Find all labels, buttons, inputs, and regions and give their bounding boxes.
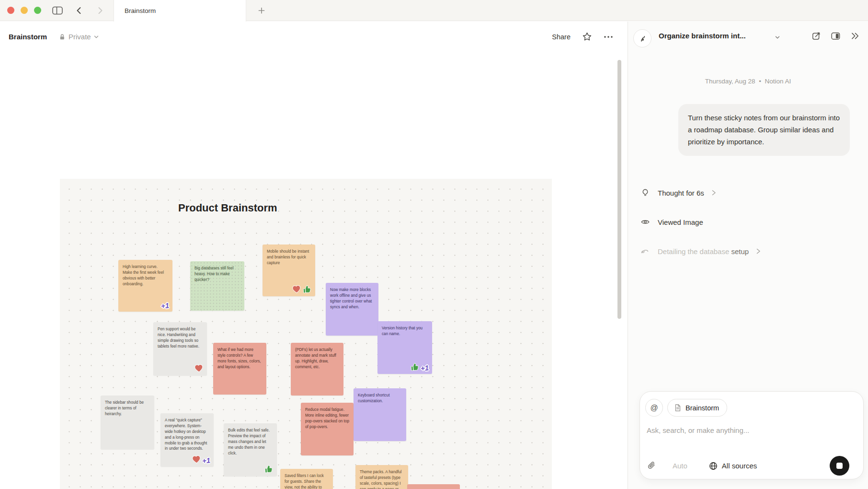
sticky-note-theme-packs[interactable]: Theme packs. A handful of tasteful prese… bbox=[355, 465, 408, 489]
heart-sticker bbox=[292, 284, 301, 294]
sticky-note-text: The sidebar should be clearer in terms o… bbox=[101, 396, 154, 421]
breadcrumb-title[interactable]: Brainstorm bbox=[9, 33, 47, 41]
sticky-note-style-controls[interactable]: What if we had more style controls? A fe… bbox=[213, 343, 266, 395]
favorite-star-icon[interactable] bbox=[582, 32, 592, 42]
sticky-note-big-databases[interactable]: Big databases still feel heavy. How to m… bbox=[190, 261, 244, 311]
sticky-note-offline-blocks[interactable]: Now make more blocks work offline and gi… bbox=[326, 283, 378, 336]
sticky-note-text: What if we had more style controls? A fe… bbox=[213, 343, 266, 374]
new-tab-button[interactable] bbox=[255, 4, 268, 17]
stop-icon bbox=[836, 463, 843, 469]
sticky-note-text: High learning curve. Make the first week… bbox=[118, 260, 172, 291]
forward-icon[interactable] bbox=[94, 5, 106, 16]
thumbs-up-sticker bbox=[264, 464, 274, 474]
sticky-note-text: Big databases still feel heavy. How to m… bbox=[190, 261, 244, 287]
toggle-sidebar-icon[interactable] bbox=[51, 5, 64, 16]
sticky-note-keyboard-shortcuts[interactable]: Keyboard shortcut customization. bbox=[354, 388, 406, 441]
ai-composer[interactable]: @ Brainstorm Auto All sources bbox=[640, 391, 864, 479]
mode-selector[interactable]: Auto bbox=[673, 462, 687, 470]
document-area: Brainstorm Product Brainstorm High learn… bbox=[0, 52, 628, 489]
share-button[interactable]: Share bbox=[552, 33, 571, 41]
back-icon[interactable] bbox=[73, 5, 85, 16]
more-options-icon[interactable] bbox=[604, 35, 613, 38]
sticky-note-text: Version history that you can name. bbox=[377, 321, 432, 341]
sticky-note-sidebar-hierarchy[interactable]: The sidebar should be clearer in terms o… bbox=[101, 396, 154, 449]
ai-step-label: Viewed Image bbox=[658, 218, 703, 226]
page-icon bbox=[674, 404, 682, 412]
sticky-note-text: Keyboard shortcut customization. bbox=[354, 388, 406, 408]
sources-label: All sources bbox=[722, 462, 757, 470]
sticky-note-bulk-edits[interactable]: Bulk edits that feel safe. Preview the i… bbox=[224, 423, 277, 476]
toggle-panel-icon[interactable] bbox=[831, 31, 841, 41]
sticky-note-text: A real "quick capture" everywhere. Syste… bbox=[160, 413, 214, 456]
ai-step-label: Detailing the database setup bbox=[658, 247, 749, 256]
sticky-note-pen-support[interactable]: Pen support would be nice. Handwriting a… bbox=[153, 322, 207, 375]
thread-chevron-down-icon[interactable] bbox=[774, 34, 781, 41]
zoom-window-button[interactable] bbox=[34, 7, 41, 14]
conversation-date-line: Thursday, Aug 28 • Notion AI bbox=[628, 78, 868, 85]
eye-icon bbox=[640, 217, 650, 227]
plus-one-sticker: +1 bbox=[420, 364, 429, 372]
plus-one-sticker: +1 bbox=[202, 456, 211, 465]
ai-step-eye[interactable]: Viewed Image bbox=[640, 216, 851, 228]
chevron-right-icon bbox=[710, 189, 718, 197]
sources-selector[interactable]: All sources bbox=[708, 461, 757, 471]
board-title[interactable]: Product Brainstorm bbox=[178, 202, 277, 214]
collapse-panel-double-chevron-icon[interactable] bbox=[850, 31, 860, 41]
chevron-down-icon bbox=[93, 34, 99, 40]
sticky-note-text: Theme packs. A handful of tasteful prese… bbox=[355, 465, 408, 489]
privacy-control[interactable]: Private bbox=[58, 33, 99, 41]
sticky-note-text: (PDFs) let us actually annotate and mark… bbox=[291, 343, 343, 374]
notion-window: Brainstorm Brainstorm Private Share Brai… bbox=[0, 0, 868, 489]
lightbulb-icon bbox=[640, 188, 650, 198]
sticky-note-text: Pen support would be nice. Handwriting a… bbox=[153, 322, 207, 354]
ai-steps: Thought for 6sViewed ImageDetailing the … bbox=[640, 187, 851, 275]
tab-title: Brainstorm bbox=[125, 7, 156, 14]
sticky-note-modal-fatigue[interactable]: Reduce modal fatigue. More inline editin… bbox=[301, 403, 354, 455]
thumbs-up-sticker bbox=[410, 362, 420, 372]
context-chip-label: Brainstorm bbox=[685, 404, 719, 412]
mention-button[interactable]: @ bbox=[645, 399, 663, 417]
sticky-note-partial-note[interactable] bbox=[407, 484, 460, 489]
sticky-note-mobile-instant-capture[interactable]: Mobile should be instant and brainless f… bbox=[263, 244, 315, 296]
main-scrollbar[interactable] bbox=[617, 60, 621, 319]
sticky-note-saved-filters[interactable]: Saved filters I can lock for guests. Sha… bbox=[280, 469, 333, 489]
ai-step-scribble[interactable]: Detailing the database setup bbox=[640, 245, 851, 257]
sticky-note-text: Reduce modal fatigue. More inline editin… bbox=[301, 403, 354, 434]
scribble-icon bbox=[640, 246, 650, 256]
whiteboard-canvas[interactable]: Product Brainstorm High learning curve. … bbox=[60, 179, 552, 489]
at-symbol: @ bbox=[650, 404, 658, 412]
sticky-note-quick-capture[interactable]: A real "quick capture" everywhere. Syste… bbox=[160, 413, 214, 466]
sticky-note-text bbox=[407, 484, 460, 489]
minimize-window-button[interactable] bbox=[21, 7, 28, 14]
ai-thread-title[interactable]: Organize brainstorm int... bbox=[659, 32, 746, 40]
doc-header: Brainstorm Private Share bbox=[0, 22, 628, 52]
sticky-note-text: Saved filters I can lock for guests. Sha… bbox=[280, 469, 333, 489]
ai-prompt-input[interactable] bbox=[647, 426, 848, 434]
tab-bar: Brainstorm bbox=[0, 0, 868, 21]
sticky-note-pdf-annotation[interactable]: (PDFs) let us actually annotate and mark… bbox=[291, 343, 343, 396]
plus-one-sticker: +1 bbox=[160, 302, 170, 310]
user-message-bubble: Turn these sticky notes from our brainst… bbox=[678, 104, 850, 156]
stop-generation-button[interactable] bbox=[830, 456, 849, 476]
close-window-button[interactable] bbox=[7, 7, 14, 14]
tab-brainstorm[interactable]: Brainstorm bbox=[114, 0, 246, 22]
user-message-text: Turn these sticky notes from our brainst… bbox=[688, 114, 840, 146]
sticky-note-text: Now make more blocks work offline and gi… bbox=[326, 283, 378, 314]
context-chip-brainstorm[interactable]: Brainstorm bbox=[667, 399, 727, 417]
ai-step-lightbulb[interactable]: Thought for 6s bbox=[640, 187, 851, 198]
globe-icon bbox=[708, 461, 718, 471]
heart-sticker bbox=[194, 363, 204, 373]
privacy-label: Private bbox=[69, 33, 91, 41]
notion-ai-face-icon bbox=[633, 29, 651, 47]
sticky-note-text: Bulk edits that feel safe. Preview the i… bbox=[224, 423, 277, 460]
sticky-note-high-learning-curve[interactable]: High learning curve. Make the first week… bbox=[118, 260, 172, 312]
new-chat-compose-icon[interactable] bbox=[811, 31, 821, 41]
notion-ai-panel: Organize brainstorm int... Thursday, Aug… bbox=[628, 22, 868, 489]
thumbs-up-sticker bbox=[302, 284, 312, 294]
sticky-note-version-history[interactable]: Version history that you can name.+1 bbox=[377, 321, 432, 374]
sticky-note-text: Mobile should be instant and brainless f… bbox=[263, 244, 315, 270]
attach-paperclip-icon[interactable] bbox=[647, 461, 657, 471]
ai-step-label: Thought for 6s bbox=[658, 189, 704, 197]
ai-panel-header: Organize brainstorm int... bbox=[628, 22, 868, 52]
chevron-right-icon bbox=[754, 247, 762, 255]
